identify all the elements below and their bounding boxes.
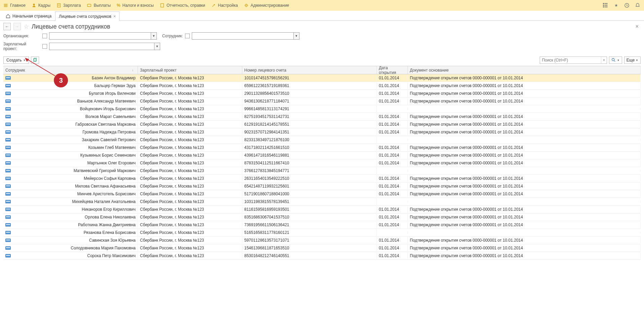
- table-row[interactable]: Сорока Петр МаксимовичСбербанк России, г…: [3, 252, 641, 260]
- wrench-icon: [211, 3, 216, 8]
- proj-combo[interactable]: ▼: [49, 43, 160, 50]
- menu-hr[interactable]: Кадры: [32, 3, 50, 8]
- menu-taxes[interactable]: % Налоги и взносы: [117, 3, 154, 8]
- svg-rect-1: [57, 4, 60, 7]
- cell-account: 15461396811871653510: [242, 245, 377, 251]
- table-row[interactable]: Базин Антон ВладимирСбербанк России, г. …: [3, 74, 641, 82]
- emp-label: Сотрудник:: [162, 34, 183, 38]
- table-row[interactable]: Захаркин Савелий ПетровичСбербанк России…: [3, 136, 641, 144]
- org-combo[interactable]: ▼: [49, 32, 157, 40]
- table-row[interactable]: Ваньков Александр МатвеевичСбербанк Росс…: [3, 97, 641, 105]
- table-row[interactable]: Милова Светлана АфанасьевнаСбербанк Росс…: [3, 182, 641, 190]
- proj-checkbox[interactable]: [42, 44, 47, 49]
- cell-document: Подтверждение открытия счетов 0000-00000…: [408, 75, 641, 81]
- annotation-badge-label: 3: [59, 77, 63, 84]
- table-row[interactable]: Орлова Елена НиколаевнаСбербанк России, …: [3, 213, 641, 221]
- table-row[interactable]: Савинская Зоя ЮрьевнаСбербанк России, г.…: [3, 237, 641, 244]
- search-dropdown-icon[interactable]: ▼: [617, 59, 620, 62]
- cell-document: Подтверждение открытия счетов 0000-00000…: [408, 90, 641, 97]
- tab-home[interactable]: Начальная страница: [2, 11, 55, 21]
- table-row[interactable]: Мартынюк Олег ЕгоровичСбербанк России, г…: [3, 159, 641, 167]
- table-row[interactable]: Минчев Аристотель БорисовичСбербанк Росс…: [3, 190, 641, 198]
- proj-dropdown-icon[interactable]: ▼: [154, 43, 160, 50]
- card-icon: [5, 254, 11, 257]
- apps-icon[interactable]: [602, 2, 608, 8]
- proj-label: Зарплатный проект:: [3, 42, 40, 51]
- menu-admin[interactable]: Администрирование: [244, 3, 289, 8]
- table-row[interactable]: Мейерсон Софья КарповнаСбербанк России, …: [3, 175, 641, 182]
- table-row[interactable]: Работкина Жанна ДмитриевнаСбербанк Росси…: [3, 221, 641, 229]
- table-row[interactable]: Козьмин Глеб МатвеевичСбербанк России, г…: [3, 144, 641, 152]
- header-date[interactable]: Дата открытия: [377, 66, 408, 74]
- svg-rect-4: [87, 4, 91, 7]
- menu-payments[interactable]: Выплаты: [87, 3, 111, 8]
- accounts-grid: Сотрудник ↓ Зарплатный проект Номер лице…: [3, 66, 641, 260]
- table-row[interactable]: Кузьминых Борис СеменовичСбербанк России…: [3, 152, 641, 159]
- cell-date: [377, 201, 408, 203]
- emp-input[interactable]: [192, 33, 293, 39]
- cell-account: 51719018607188041000: [242, 191, 377, 197]
- search-clear-icon[interactable]: ×: [601, 57, 607, 64]
- menu-payments-label: Выплаты: [94, 3, 111, 8]
- cell-account: 99661485813113174291: [242, 106, 377, 112]
- org-dropdown-icon[interactable]: ▼: [151, 33, 156, 39]
- tab-close-icon[interactable]: ×: [113, 14, 116, 19]
- cell-document: Подтверждение открытия счетов 0000-00000…: [408, 183, 641, 190]
- star-icon[interactable]: ★: [613, 2, 619, 8]
- table-row[interactable]: Михейцева Наталия АнатольевнаСбербанк Ро…: [3, 198, 641, 206]
- cell-document: Подтверждение открытия счетов 0000-00000…: [408, 191, 641, 197]
- svg-line-20: [614, 60, 615, 62]
- menu-settings[interactable]: Настройка: [211, 3, 238, 8]
- table-row[interactable]: Матвиевский Григорий МарковичСбербанк Ро…: [3, 167, 641, 175]
- table-row[interactable]: Булатов Игорь ВиленовиСбербанк России, г…: [3, 90, 641, 97]
- favorite-star-icon[interactable]: ☆: [24, 23, 29, 30]
- more-button[interactable]: Еще ▼: [624, 56, 641, 64]
- nav-back-button[interactable]: ←: [3, 23, 11, 30]
- tab-accounts[interactable]: Лицевые счета сотрудников ×: [55, 11, 119, 21]
- svg-point-0: [33, 4, 35, 5]
- search-button[interactable]: ▼: [609, 56, 622, 64]
- table-row[interactable]: Громова Надежда ПетровнаСбербанк России,…: [3, 128, 641, 136]
- header-project[interactable]: Зарплатный проект: [138, 66, 242, 74]
- grid-header-row: Сотрудник ↓ Зарплатный проект Номер лице…: [3, 66, 641, 74]
- card-icon: [5, 231, 11, 234]
- bell-icon[interactable]: [635, 2, 641, 8]
- emp-dropdown-icon[interactable]: ▼: [293, 33, 299, 39]
- org-input[interactable]: [49, 33, 151, 39]
- emp-checkbox[interactable]: [185, 34, 190, 38]
- page-close-icon[interactable]: ×: [636, 24, 641, 30]
- svg-point-6: [245, 4, 247, 6]
- history-icon[interactable]: [624, 2, 630, 8]
- cell-employee: Работкина Жанна Дмитриевна: [78, 222, 136, 227]
- svg-rect-15: [606, 6, 607, 7]
- search-box[interactable]: ×: [540, 56, 607, 64]
- cell-document: Подтверждение открытия счетов 0000-00000…: [408, 237, 641, 244]
- header-employee[interactable]: Сотрудник ↓: [3, 66, 138, 74]
- card-icon: [5, 192, 11, 196]
- cell-account: 82331383497121876100: [242, 136, 377, 143]
- table-row[interactable]: Никаноров Егор КирилловичСбербанк России…: [3, 206, 641, 213]
- header-account[interactable]: Номер лицевого счета: [242, 66, 377, 74]
- svg-rect-13: [603, 6, 604, 7]
- cell-employee: Никаноров Егор Кириллович: [82, 207, 136, 212]
- card-icon: [5, 161, 11, 165]
- proj-input[interactable]: [49, 43, 154, 50]
- org-checkbox[interactable]: [42, 34, 47, 38]
- table-row[interactable]: Бальцер Герман ЭдуаСбербанк России, г. М…: [3, 82, 641, 90]
- cell-project: Сбербанк России, г. Москва №123: [138, 191, 242, 197]
- header-document[interactable]: Документ основание: [408, 66, 641, 74]
- search-input[interactable]: [540, 58, 601, 63]
- table-row[interactable]: Волков Марат СавельевичСбербанк России, …: [3, 113, 641, 121]
- menu-salary[interactable]: Зарплата: [57, 3, 81, 8]
- table-row[interactable]: Рязанова Елена БорисовнаСбербанк России,…: [3, 229, 641, 237]
- table-row[interactable]: Габровская Светлана МарковнаСбербанк Рос…: [3, 121, 641, 128]
- menu-main[interactable]: Главное: [3, 3, 26, 8]
- table-row[interactable]: Солодовникова Мария ПахомовнаСбербанк Ро…: [3, 244, 641, 252]
- menu-reports[interactable]: Отчетность, справки: [160, 3, 205, 8]
- nav-forward-button[interactable]: →: [13, 23, 21, 30]
- more-dropdown-icon[interactable]: ▼: [636, 59, 638, 62]
- cell-date: 01.01.2014: [377, 121, 408, 128]
- emp-combo[interactable]: ▼: [192, 32, 299, 40]
- table-row[interactable]: Войцехович Игорь БорисовичСбербанк Росси…: [3, 105, 641, 113]
- grid-body[interactable]: Базин Антон ВладимирСбербанк России, г. …: [3, 74, 641, 260]
